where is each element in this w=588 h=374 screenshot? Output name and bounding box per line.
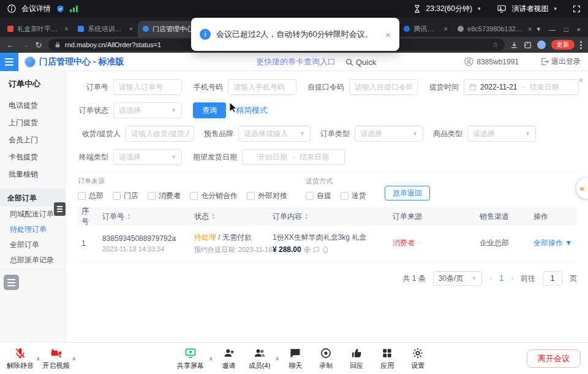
page-size-select[interactable]: 30条/页 ▼ xyxy=(433,271,483,286)
network-signal-icon[interactable] xyxy=(70,5,78,12)
fullscreen-icon[interactable] xyxy=(573,5,581,13)
simple-mode-link[interactable]: 精简模式 xyxy=(236,105,268,116)
sidebar-drag-handle[interactable] xyxy=(54,202,66,216)
invite-button[interactable]: 邀请 xyxy=(214,345,244,372)
sidenav-item-pending-orders[interactable]: 待处理订单 xyxy=(0,222,65,237)
col-order-no[interactable]: 订单号▲▼ xyxy=(99,212,190,222)
timer-caret-icon[interactable]: ▾ xyxy=(478,6,481,12)
original-order-return-button[interactable]: 原单退回 xyxy=(385,186,430,200)
profile-avatar[interactable] xyxy=(537,40,546,49)
apps-button[interactable]: 应用 xyxy=(372,345,402,372)
browser-update-button[interactable]: 更新 xyxy=(551,40,575,50)
start-video-button[interactable]: 开启视频 xyxy=(41,345,72,372)
download-icon[interactable] xyxy=(510,41,518,49)
browser-tab-4[interactable]: 腾讯文档 × xyxy=(399,21,453,37)
sidenav-item-door-pickup[interactable]: 上门提货 xyxy=(0,114,65,131)
meeting-info-icon[interactable] xyxy=(7,4,16,13)
sidenav-item-card-pickup[interactable]: 卡包提货 xyxy=(0,148,65,166)
share-screen-button[interactable]: 共享屏幕 xyxy=(173,345,208,372)
members-button[interactable]: 成员(4) xyxy=(244,345,275,372)
coupon-query-link[interactable]: 更快捷的券卡查询入口 xyxy=(256,56,336,67)
order-type-select[interactable]: 请选择 ▼ xyxy=(355,126,423,142)
tab-close-icon[interactable]: × xyxy=(64,25,68,32)
share-options-chevron-icon[interactable]: ∧ xyxy=(209,356,213,362)
sort-icon[interactable]: ▲▼ xyxy=(127,213,131,220)
extensions-icon[interactable] xyxy=(524,41,532,49)
checkbox-icon xyxy=(148,192,156,200)
checkbox-source-consumer[interactable]: 消费者 xyxy=(148,191,181,201)
checkbox-source-store[interactable]: 门店 xyxy=(113,191,138,201)
sort-icon[interactable]: ▲▼ xyxy=(211,213,216,220)
mic-options-chevron-icon[interactable]: ∧ xyxy=(36,356,40,362)
sidenav-item-all-orders[interactable]: 全部订单 xyxy=(0,237,65,253)
next-page-button[interactable]: › xyxy=(511,274,513,283)
reload-icon[interactable]: ↻ xyxy=(34,40,43,50)
pickup-note: 预约自提日期: 2023-11-16 xyxy=(194,245,265,254)
browser-tab-1[interactable]: 礼盒茶叶平台管理中心 × xyxy=(2,21,73,37)
receiver-input[interactable]: 请输入收货/提货人 xyxy=(126,126,194,142)
back-icon[interactable]: ← xyxy=(6,40,15,50)
site-info-icon[interactable] xyxy=(55,42,61,48)
collapse-panel-icon[interactable]: » xyxy=(579,75,583,84)
window-close-icon[interactable]: × xyxy=(577,26,581,33)
brand-select[interactable]: 请选择或输入 ▼ xyxy=(238,126,311,142)
col-status[interactable]: 状态▲▼ xyxy=(190,212,269,222)
tab-close-icon[interactable]: × xyxy=(528,25,532,32)
window-minimize-icon[interactable]: — xyxy=(549,26,556,33)
toast-close-icon[interactable]: × xyxy=(385,29,391,40)
goto-page-input[interactable] xyxy=(543,271,562,286)
order-no-input[interactable]: 请输入订单号 xyxy=(113,79,182,95)
checkbox-source-warehouse-coop[interactable]: 仓分销合作 xyxy=(190,191,238,201)
user-account[interactable]: 8385wb1991 xyxy=(464,57,519,66)
checkbox-delivery-deliver[interactable]: 送货 xyxy=(341,191,366,201)
sort-icon[interactable]: ▲▼ xyxy=(304,213,309,220)
meeting-timer[interactable]: 23:32(60分钟) xyxy=(426,4,472,14)
order-no-value[interactable]: 83859345088979792a xyxy=(102,234,187,243)
sidenav-item-batch-verify[interactable]: 批量核销 xyxy=(0,166,65,183)
pickup-start-value: 2022-11-21 xyxy=(480,83,518,91)
tab-close-icon[interactable]: × xyxy=(129,25,133,32)
browser-menu-icon[interactable] xyxy=(580,41,582,49)
record-button[interactable]: 录制 xyxy=(311,345,341,372)
browser-tab-2[interactable]: 系统培训学习 × xyxy=(73,21,138,37)
members-options-chevron-icon[interactable]: ∧ xyxy=(276,356,280,362)
order-status-select[interactable]: 请选择 ▼ xyxy=(113,102,182,118)
search-button[interactable]: 查询 xyxy=(193,102,226,118)
phone-input[interactable]: 请输入手机号码 xyxy=(228,79,296,95)
pickup-code-input[interactable]: 请输入自提口令码 xyxy=(349,79,418,95)
forward-icon[interactable]: → xyxy=(20,40,29,50)
quick-search[interactable]: Quick xyxy=(345,58,376,67)
security-shield-icon[interactable] xyxy=(56,5,64,13)
ship-date-range-input[interactable]: 开始日期 - 结束日期 xyxy=(242,149,345,165)
all-actions-dropdown[interactable]: 全部操作 ▼ xyxy=(533,239,572,247)
sidebar-toggle-button[interactable] xyxy=(0,53,18,71)
col-content[interactable]: 订单内容▲▼ xyxy=(269,212,389,222)
video-options-chevron-icon[interactable]: ∧ xyxy=(72,356,77,362)
settings-button[interactable]: 设置 xyxy=(402,345,433,372)
meeting-details-label[interactable]: 会议详情 xyxy=(21,4,51,14)
view-mode-caret-icon[interactable]: ▾ xyxy=(554,6,557,12)
floating-list-widget[interactable] xyxy=(4,275,19,290)
checkbox-source-hq[interactable]: 总部 xyxy=(78,191,104,201)
checkbox-delivery-selfpickup[interactable]: 自提 xyxy=(306,191,331,201)
browser-tab-5[interactable]: e8c573980b1328a258fd2e6 × xyxy=(453,21,537,37)
sidenav-item-phone-pickup[interactable]: 电话提货 xyxy=(0,97,65,114)
unmute-button[interactable]: 解除静音 xyxy=(5,345,36,372)
tab-close-icon[interactable]: × xyxy=(444,25,448,32)
sidenav-item-member-visit[interactable]: 会员上门 xyxy=(0,131,65,148)
bookmark-star-icon[interactable]: ☆ xyxy=(492,40,499,49)
current-page[interactable]: 1 xyxy=(499,274,503,283)
sidenav-item-hq-dispatch[interactable]: 总部派单记录 xyxy=(0,253,65,268)
prev-page-button[interactable]: ‹ xyxy=(489,274,492,283)
chat-button[interactable]: 聊天 xyxy=(280,345,311,372)
checkbox-source-external[interactable]: 外部对接 xyxy=(247,191,287,201)
reaction-button[interactable]: 回应 xyxy=(341,345,372,372)
terminal-type-select[interactable]: 请选择 ▼ xyxy=(113,149,182,165)
goods-type-select[interactable]: 请选择 ▼ xyxy=(467,126,536,142)
view-mode-label[interactable]: 演讲者视图 xyxy=(511,4,548,14)
leave-meeting-button[interactable]: 离开会议 xyxy=(527,349,581,368)
tab-search-icon[interactable]: ▾ xyxy=(537,25,540,33)
pickup-time-range-input[interactable]: 2022-11-21 - 结束日期 xyxy=(464,79,579,95)
logout-button[interactable]: 退出登录 xyxy=(541,56,581,67)
window-maximize-icon[interactable]: □ xyxy=(564,26,568,33)
